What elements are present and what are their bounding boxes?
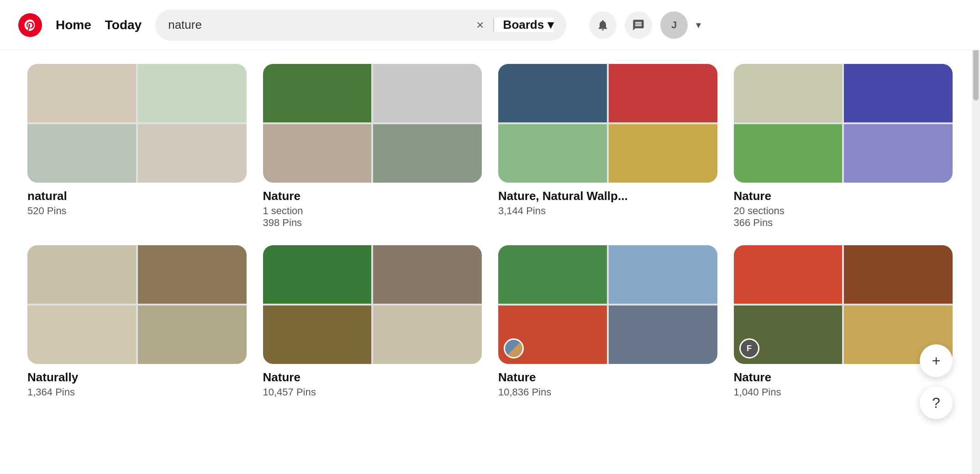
- board-meta: 10,836 Pins: [498, 386, 717, 398]
- board-image: [609, 64, 717, 122]
- search-bar: × Boards ▾: [155, 10, 566, 41]
- board-title: natural: [27, 189, 247, 203]
- board-images: [498, 245, 717, 364]
- user-menu-chevron[interactable]: ▾: [696, 19, 701, 31]
- board-image: [27, 64, 136, 122]
- board-title: Naturally: [27, 370, 247, 384]
- board-meta: 10,457 Pins: [263, 386, 482, 398]
- board-user-avatar: F: [739, 338, 759, 358]
- board-image: [734, 245, 843, 304]
- board-image: [609, 245, 717, 304]
- notifications-button[interactable]: [589, 11, 616, 39]
- board-user-avatar: [504, 338, 524, 358]
- header: Home Today × Boards ▾ J ▾: [0, 0, 980, 50]
- board-images: [263, 64, 482, 183]
- help-fab-button[interactable]: ?: [920, 386, 953, 419]
- boards-filter-button[interactable]: Boards ▾: [493, 18, 554, 32]
- board-image: [844, 245, 953, 304]
- board-card[interactable]: Nature1 section398 Pins: [263, 64, 482, 229]
- board-image: [609, 305, 717, 364]
- board-meta-secondary: 366 Pins: [734, 217, 953, 229]
- board-image: [498, 64, 607, 122]
- boards-grid: natural520 PinsNature1 section398 PinsNa…: [0, 50, 980, 412]
- board-image: [138, 245, 247, 304]
- board-image: [844, 64, 953, 122]
- home-nav[interactable]: Home: [56, 18, 91, 32]
- board-image: [263, 124, 372, 183]
- today-nav[interactable]: Today: [105, 18, 142, 32]
- add-fab-button[interactable]: +: [920, 344, 953, 377]
- board-image: [373, 124, 482, 183]
- board-image: [373, 64, 482, 122]
- board-images: [263, 245, 482, 364]
- board-image: [373, 245, 482, 304]
- user-avatar[interactable]: J: [660, 11, 688, 39]
- fab-container: + ?: [920, 344, 953, 419]
- board-meta: 520 Pins: [27, 205, 247, 217]
- board-card[interactable]: Nature10,457 Pins: [263, 245, 482, 398]
- board-meta: 1,364 Pins: [27, 386, 247, 398]
- board-images: [734, 64, 953, 183]
- board-image: [263, 305, 372, 364]
- board-title: Nature: [498, 370, 717, 384]
- board-meta-secondary: 398 Pins: [263, 217, 482, 229]
- board-image: [263, 245, 372, 304]
- search-input[interactable]: [168, 18, 476, 32]
- board-image: [138, 64, 247, 122]
- board-image: [27, 124, 136, 183]
- board-image: [734, 124, 843, 183]
- board-image: [498, 124, 607, 183]
- board-card[interactable]: Nature20 sections366 Pins: [734, 64, 953, 229]
- board-image: [27, 305, 136, 364]
- header-icons: J ▾: [589, 11, 701, 39]
- board-title: Nature: [263, 370, 482, 384]
- board-images: [27, 64, 247, 183]
- board-image: [609, 124, 717, 183]
- board-card[interactable]: Nature10,836 Pins: [498, 245, 717, 398]
- board-title: Nature, Natural Wallp...: [498, 189, 717, 203]
- scrollbar[interactable]: [972, 0, 980, 474]
- pinterest-logo[interactable]: [18, 13, 42, 37]
- board-images: [27, 245, 247, 364]
- board-meta: 20 sections: [734, 205, 953, 217]
- board-image: [734, 64, 843, 122]
- board-images: [498, 64, 717, 183]
- board-card[interactable]: natural520 Pins: [27, 64, 247, 229]
- board-image: [373, 305, 482, 364]
- clear-search-button[interactable]: ×: [476, 18, 484, 32]
- board-image: [498, 245, 607, 304]
- board-image: [844, 124, 953, 183]
- board-image: [138, 305, 247, 364]
- messages-button[interactable]: [625, 11, 652, 39]
- board-meta: 3,144 Pins: [498, 205, 717, 217]
- board-image: [138, 124, 247, 183]
- board-meta: 1 section: [263, 205, 482, 217]
- board-card[interactable]: Naturally1,364 Pins: [27, 245, 247, 398]
- board-title: Nature: [734, 189, 953, 203]
- board-title: Nature: [263, 189, 482, 203]
- board-image: [27, 245, 136, 304]
- board-image: [263, 64, 372, 122]
- board-card[interactable]: Nature, Natural Wallp...3,144 Pins: [498, 64, 717, 229]
